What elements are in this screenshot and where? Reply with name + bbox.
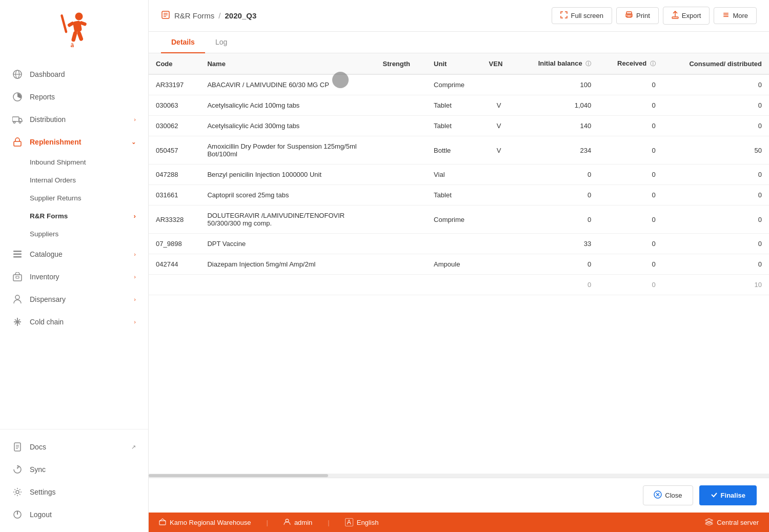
more-button[interactable]: More — [714, 7, 757, 24]
sidebar-item-reports-label: Reports — [30, 93, 55, 101]
sidebar-subitem-rr-forms[interactable]: R&R Forms › — [30, 207, 148, 225]
rr-forms-label: R&R Forms — [30, 212, 68, 220]
sidebar-item-catalogue-label: Catalogue — [30, 250, 63, 258]
tabs-bar: Details Log — [149, 32, 769, 53]
export-button[interactable]: Export — [663, 7, 710, 25]
svg-rect-17 — [13, 254, 22, 255]
svg-rect-6 — [60, 14, 67, 33]
breadcrumb-icon — [161, 10, 170, 22]
sidebar: ā Dashboard Reports — [0, 0, 149, 532]
sidebar-subitem-inbound-shipment[interactable]: Inbound Shipment — [30, 153, 148, 171]
inbound-shipment-label: Inbound Shipment — [30, 158, 86, 166]
distribution-chevron-icon: › — [134, 116, 136, 122]
replenishment-submenu: Inbound Shipment Internal Orders Supplie… — [0, 153, 148, 243]
print-label: Print — [636, 12, 650, 19]
cell-unit: Tablet — [427, 185, 481, 206]
scroll-thumb[interactable] — [149, 474, 328, 477]
cell-code: 031661 — [149, 185, 200, 206]
close-button[interactable]: Close — [643, 485, 693, 505]
cell-initial-balance: 0 — [516, 275, 598, 295]
fullscreen-icon — [560, 11, 568, 20]
col-name: Name — [200, 53, 375, 74]
sidebar-item-dispensary[interactable]: Dispensary › — [0, 288, 148, 311]
sidebar-subitem-suppliers[interactable]: Suppliers — [30, 225, 148, 243]
col-ven: VEN — [482, 53, 516, 74]
sidebar-item-settings-label: Settings — [30, 488, 56, 496]
initial-balance-info-icon: ⓘ — [585, 60, 591, 67]
cell-received: 0 — [598, 206, 663, 234]
language-status: A English — [345, 518, 379, 526]
sidebar-item-dashboard[interactable]: Dashboard — [0, 63, 148, 86]
horizontal-scrollbar[interactable] — [149, 474, 769, 478]
svg-point-14 — [19, 121, 21, 124]
cell-received: 0 — [598, 74, 663, 95]
breadcrumb-separator: / — [218, 11, 220, 20]
breadcrumb-current: 2020_Q3 — [225, 11, 257, 20]
received-info-icon: ⓘ — [650, 60, 656, 67]
svg-point-13 — [13, 121, 15, 124]
cell-unit: Tablet — [427, 116, 481, 136]
cell-initial-balance: 0 — [516, 254, 598, 275]
cell-unit: Vial — [427, 165, 481, 185]
finalise-button[interactable]: Finalise — [699, 485, 757, 505]
sidebar-item-cold-chain[interactable]: Cold chain › — [0, 311, 148, 333]
svg-rect-3 — [76, 31, 84, 42]
tab-details[interactable]: Details — [161, 32, 205, 53]
inventory-icon — [12, 272, 23, 282]
table-row: AR33328 DOLUTEGRAVIR /LAMIVUDINE/TENOFOV… — [149, 206, 769, 234]
cell-strength — [376, 185, 427, 206]
cell-received: 0 — [598, 254, 663, 275]
table-row: 050457 Amoxicillin Dry Powder for Suspen… — [149, 136, 769, 165]
more-icon — [722, 11, 730, 20]
table-row: 030063 Acetylsalicylic Acid 100mg tabs T… — [149, 95, 769, 116]
cell-initial-balance: 1,040 — [516, 95, 598, 116]
sidebar-subitem-internal-orders[interactable]: Internal Orders — [30, 171, 148, 189]
sidebar-item-sync[interactable]: Sync — [0, 458, 148, 481]
cell-name: Captopril scored 25mg tabs — [200, 185, 375, 206]
user-status: admin — [284, 518, 312, 527]
cell-name: ABACAVIR / LAMIVUDINE 60/30 MG CP — [200, 74, 375, 95]
app-logo: ā — [0, 0, 148, 59]
table-row: 031661 Captopril scored 25mg tabs Tablet… — [149, 185, 769, 206]
sidebar-item-replenishment[interactable]: Replenishment ⌄ — [0, 131, 148, 153]
status-bar: Kamo Regional Warehouse | admin | A Engl… — [149, 513, 769, 532]
sidebar-item-settings[interactable]: Settings — [0, 481, 148, 503]
col-initial-balance: Initial balance ⓘ — [516, 53, 598, 74]
table-row: 042744 Diazepam Injection 5mg/ml Amp/2ml… — [149, 254, 769, 275]
sidebar-item-inventory[interactable]: Inventory › — [0, 265, 148, 288]
print-button[interactable]: Print — [616, 7, 659, 24]
table-container[interactable]: Code Name Strength Unit VEN Initial bala… — [149, 53, 769, 474]
warehouse-icon — [159, 518, 166, 527]
sidebar-item-reports[interactable]: Reports — [0, 86, 148, 108]
sidebar-item-cold-chain-label: Cold chain — [30, 318, 64, 326]
chart-icon — [12, 92, 23, 102]
sidebar-item-catalogue[interactable]: Catalogue › — [0, 243, 148, 265]
breadcrumb-root[interactable]: R&R Forms — [174, 11, 214, 20]
cell-name: Benzyl penicilin Injection 1000000 Unit — [200, 165, 375, 185]
cell-ven: V — [482, 95, 516, 116]
sidebar-item-logout[interactable]: Logout — [0, 503, 148, 526]
print-icon — [625, 11, 633, 20]
cell-unit: Comprime — [427, 206, 481, 234]
language-icon: A — [345, 518, 353, 526]
close-circle-icon — [654, 490, 662, 500]
dispensary-chevron-icon: › — [134, 296, 136, 302]
fullscreen-button[interactable]: Full screen — [552, 7, 612, 24]
svg-point-33 — [16, 490, 19, 494]
sidebar-subitem-supplier-returns[interactable]: Supplier Returns — [30, 189, 148, 207]
cell-unit: Comprime — [427, 74, 481, 95]
list-icon — [12, 249, 23, 259]
catalogue-chevron-icon: › — [134, 251, 136, 257]
cell-strength — [376, 165, 427, 185]
sidebar-item-distribution[interactable]: Distribution › — [0, 108, 148, 131]
cell-strength — [376, 136, 427, 165]
cell-consumed: 0 — [663, 165, 769, 185]
sidebar-item-docs[interactable]: Docs ↗ — [0, 436, 148, 458]
svg-rect-15 — [14, 141, 21, 146]
cell-ven — [482, 165, 516, 185]
inventory-chevron-icon: › — [134, 274, 136, 280]
tab-log[interactable]: Log — [205, 32, 237, 53]
more-label: More — [733, 12, 748, 19]
header: R&R Forms / 2020_Q3 Full screen — [149, 0, 769, 32]
fullscreen-label: Full screen — [571, 12, 603, 19]
